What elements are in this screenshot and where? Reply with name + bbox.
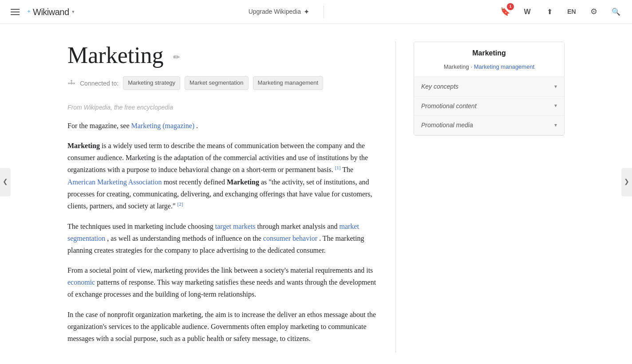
paragraph-definition: Marketing is a widely used term to descr… [67, 140, 378, 212]
promotional-media-label: Promotional media [421, 120, 473, 130]
techniques-prefix: The techniques used in marketing include… [67, 223, 215, 230]
infobox-row-promotional-content[interactable]: Promotional content ▾ [414, 97, 564, 116]
navbar-center: Upgrade Wikipedia ✦ [75, 4, 498, 20]
key-concepts-chevron: ▾ [554, 82, 557, 91]
logo-star-icon: ✦ [27, 8, 31, 16]
societal-suffix: patterns of response. This way marketing… [67, 278, 376, 298]
infobox-row-promotional-media[interactable]: Promotional media ▾ [414, 116, 564, 135]
article-divider [395, 42, 396, 352]
navbar-left: ✦ Wikiwand ▾ [9, 5, 75, 19]
paragraph-societal: From a societal point of view, marketing… [67, 264, 378, 301]
share-button[interactable]: ⬆ [542, 5, 557, 19]
settings-button[interactable]: ⚙ [587, 5, 601, 19]
infobox-row-key-concepts[interactable]: Key concepts ▾ [414, 77, 564, 96]
ref-1[interactable]: [1] [335, 165, 341, 170]
next-arrow[interactable]: ❯ [621, 168, 632, 196]
main-content: Marketing ✏ Connected to: Marketing stra… [32, 24, 600, 364]
tag-marketing-management[interactable]: Marketing management [253, 76, 324, 90]
share-icon: ⬆ [547, 6, 553, 18]
tag-marketing-strategy[interactable]: Marketing strategy [123, 76, 180, 90]
marketing-bold1: Marketing [67, 142, 100, 149]
ref-2[interactable]: [2] [177, 201, 183, 207]
right-arrow-icon: ❯ [624, 177, 629, 187]
ama-suffix: most recently defined [163, 178, 227, 186]
wiki-subtitle: From Wikipedia, the free encyclopedia [67, 102, 378, 112]
connected-row: Connected to: Marketing strategy Market … [67, 76, 378, 90]
techniques-mid1: through market analysis and [257, 223, 340, 230]
wand-icon: ✦ [304, 6, 309, 18]
hamburger-line1 [11, 9, 20, 10]
svg-point-0 [71, 82, 73, 84]
navbar-divider [324, 6, 324, 18]
navbar: ✦ Wikiwand ▾ Upgrade Wikipedia ✦ 🔖 1 W ⬆… [0, 0, 632, 24]
prev-arrow[interactable]: ❮ [0, 168, 11, 196]
upgrade-text: Upgrade Wikipedia [249, 7, 301, 16]
infobox-title: Marketing [414, 42, 564, 63]
target-markets-link[interactable]: target markets [215, 223, 256, 230]
wikipedia-button[interactable]: W [520, 5, 534, 19]
logo[interactable]: ✦ Wikiwand ▾ [27, 5, 75, 19]
promotional-media-chevron: ▾ [554, 121, 557, 129]
language-button[interactable]: EN [565, 5, 579, 19]
tag-market-segmentation[interactable]: Market segmentation [185, 76, 248, 90]
svg-point-3 [71, 80, 72, 82]
navbar-right: 🔖 1 W ⬆ EN ⚙ 🔍 [498, 5, 623, 19]
page-title: Marketing ✏ [67, 42, 378, 69]
lang-text: EN [567, 7, 576, 16]
economic-link[interactable]: economic [67, 278, 95, 286]
article-body: Marketing ✏ Connected to: Marketing stra… [67, 42, 378, 352]
wikipedia-icon: W [524, 6, 530, 18]
hamburger-menu[interactable] [9, 7, 21, 17]
consumer-behavior-link[interactable]: consumer behavior [263, 235, 317, 242]
infobox-subtitle-plain: Marketing · [444, 63, 474, 70]
connected-icon [67, 79, 75, 87]
logo-text: Wikiwand [33, 5, 69, 19]
paragraph-techniques: The techniques used in marketing include… [67, 220, 378, 257]
intro-rest: is a widely used term to describe the me… [67, 142, 368, 174]
hamburger-line3 [11, 14, 20, 15]
bookmark-badge: 1 [507, 3, 514, 10]
marketing-bold2: Marketing [227, 178, 259, 186]
paragraph-magazine: For the magazine, see Marketing (magazin… [67, 120, 378, 132]
ama-prefix: The [342, 166, 353, 173]
svg-point-1 [68, 82, 70, 84]
key-concepts-label: Key concepts [421, 82, 458, 91]
nonprofit-text: In the case of nonprofit organization ma… [67, 311, 376, 342]
connected-label: Connected to: [80, 78, 118, 88]
bookmark-button[interactable]: 🔖 1 [498, 5, 512, 19]
hamburger-line2 [11, 12, 20, 12]
article-text: For the magazine, see Marketing (magazin… [67, 120, 378, 345]
infobox-subtitle-link[interactable]: Marketing management [474, 63, 535, 70]
techniques-mid2: , as well as understanding methods of in… [107, 235, 263, 242]
magazine-suffix: . [196, 122, 198, 129]
societal-prefix: From a societal point of view, marketing… [67, 266, 373, 274]
search-button[interactable]: 🔍 [609, 5, 623, 19]
magazine-link[interactable]: Marketing (magazine) [131, 122, 195, 129]
upgrade-button[interactable]: Upgrade Wikipedia ✦ [243, 4, 315, 20]
svg-point-2 [73, 82, 75, 84]
settings-icon: ⚙ [590, 5, 597, 18]
promotional-content-chevron: ▾ [554, 102, 557, 110]
search-icon: 🔍 [612, 6, 620, 18]
left-arrow-icon: ❮ [3, 177, 8, 187]
ama-link[interactable]: American Marketing Association [67, 178, 162, 186]
infobox-subtitle: Marketing · Marketing management [414, 63, 564, 78]
edit-icon[interactable]: ✏ [173, 53, 180, 62]
title-text: Marketing [67, 43, 164, 68]
magazine-prefix: For the magazine, see [67, 122, 131, 129]
promotional-content-label: Promotional content [421, 101, 477, 111]
paragraph-nonprofit: In the case of nonprofit organization ma… [67, 309, 378, 345]
infobox: Marketing Marketing · Marketing manageme… [414, 42, 565, 136]
